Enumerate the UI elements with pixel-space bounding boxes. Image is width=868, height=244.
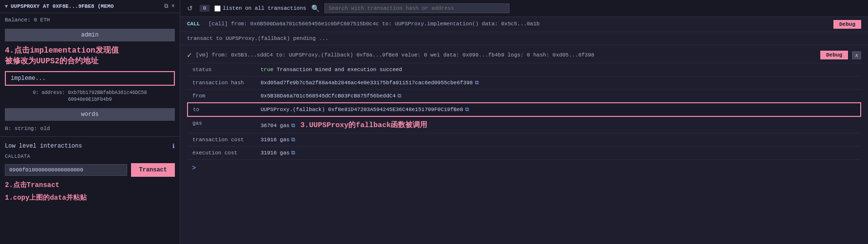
detail-value-gas: 36704 gas⧉3.UUPSProxy的fallback函数被调用 — [256, 116, 861, 133]
call-detail: [call] from: 0x6B500Da6a701c5665456e1c0b… — [208, 20, 830, 28]
tx-detail-table: statustrue Transaction mined and executi… — [187, 63, 861, 160]
annotation-copy: 1.copy上图的data并粘贴 — [0, 191, 180, 204]
string-value: 0: string: old — [0, 124, 180, 133]
copy-icon-to[interactable]: ⧉ — [465, 107, 469, 113]
recycle-icon-button[interactable]: ↺ — [185, 3, 195, 13]
calldata-label: CALLDATA — [0, 153, 180, 161]
detail-value-to: UUPSProxy.(fallback) 0xf8e81D47203A59424… — [256, 103, 861, 116]
debug-button-right[interactable]: Debug — [820, 51, 848, 59]
detail-label-transaction-hash: transaction hash — [188, 76, 256, 90]
words-button[interactable]: words — [5, 108, 175, 121]
annotation-transact: 2.点击Transact — [0, 179, 180, 191]
tx-detail-block: ✓ [vm] from: 0x5B3...sddC4 to: UUPSProxy… — [180, 45, 868, 175]
detail-value-from: 0x5B38Da6a701c568545dCfcB03FcB875f56bedd… — [256, 90, 861, 103]
calldata-row: Transact — [0, 161, 180, 179]
transaction-log: CALL [call] from: 0x6B500Da6a701c5665456… — [180, 17, 868, 244]
log-entry-call: CALL [call] from: 0x6B500Da6a701c5665456… — [180, 17, 868, 32]
detail-label-transaction-cost: transaction cost — [188, 133, 256, 147]
top-toolbar: ↺ 0 listen on all transactions 🔍 — [180, 0, 868, 17]
log-entry-header: CALL [call] from: 0x6B500Da6a701c5665456… — [187, 20, 861, 29]
detail-label-status: status — [188, 63, 256, 76]
call-type-label: CALL — [187, 20, 205, 28]
detail-value-execution-cost: 31916 gas⧉ — [256, 147, 861, 160]
copy-icon-gas[interactable]: ⧉ — [291, 123, 295, 129]
search-icon-button[interactable]: 🔍 — [311, 4, 320, 12]
implementation-button[interactable]: impleme... — [5, 71, 175, 86]
listen-checkbox-area: listen on all transactions — [214, 5, 306, 12]
annotation-implementation: 4.点击implementation发现值被修改为UUPS2的合约地址 — [0, 43, 180, 69]
listen-checkbox[interactable] — [214, 5, 221, 12]
detail-label-execution-cost: execution cost — [188, 147, 256, 160]
copy-contract-icon[interactable]: ⧉ — [164, 3, 169, 10]
chevron-up-button[interactable]: ∧ — [852, 51, 861, 59]
debug-button-top[interactable]: Debug — [833, 20, 861, 29]
triangle-icon: ▼ — [5, 4, 8, 9]
right-panel: ↺ 0 listen on all transactions 🔍 CALL [c… — [180, 0, 868, 244]
detail-label-from: from — [188, 90, 256, 103]
low-level-title: Low level interactions — [5, 143, 82, 150]
pending-text: transact to UUPSProxy.(fallback) pending… — [187, 36, 328, 41]
success-icon: ✓ — [187, 50, 192, 60]
search-input[interactable] — [324, 3, 509, 13]
copy-icon-execution-cost[interactable]: ⧉ — [291, 150, 295, 156]
detail-label-gas: gas — [188, 116, 256, 133]
copy-icon-from[interactable]: ⧉ — [397, 93, 401, 99]
tx-header-text: [vm] from: 0x5B3...sddC4 to: UUPSProxy.(… — [196, 52, 816, 58]
transact-button[interactable]: Transact — [131, 163, 175, 177]
admin-button[interactable]: admin — [5, 29, 175, 41]
detail-label-to: to — [188, 103, 256, 116]
expand-button[interactable]: > — [187, 162, 201, 173]
low-level-section: Low level interactions ℹ — [0, 140, 180, 153]
pending-message: transact to UUPSProxy.(fallback) pending… — [180, 32, 868, 45]
transaction-count: 0 — [200, 5, 209, 12]
contract-header: ▼ UUPSPROXY AT 0XF8E...9FBE8 (MEMO ⧉ × — [0, 0, 180, 13]
annotation-gas: 3.UUPSProxy的fallback函数被调用 — [300, 121, 427, 130]
detail-value-status: true Transaction mined and execution suc… — [256, 63, 861, 76]
tx-detail-header: ✓ [vm] from: 0x5B3...sddC4 to: UUPSProxy… — [187, 47, 861, 63]
listen-label: listen on all transactions — [223, 5, 306, 11]
divider — [0, 136, 180, 137]
balance-display: Balance: 0 ETH — [0, 13, 180, 27]
calldata-input[interactable] — [5, 164, 127, 176]
address-display: 0: address: 0xb7bb1792BBfabbA361c46DC58 … — [0, 88, 180, 105]
left-panel: ▼ UUPSPROXY AT 0XF8E...9FBE8 (MEMO ⧉ × B… — [0, 0, 180, 244]
close-contract-icon[interactable]: × — [171, 3, 175, 10]
info-icon[interactable]: ℹ — [172, 143, 175, 150]
contract-title: UUPSPROXY AT 0XF8E...9FBE8 (MEMO — [11, 3, 161, 9]
copy-icon-transaction-hash[interactable]: ⧉ — [475, 80, 479, 86]
copy-icon-transaction-cost[interactable]: ⧉ — [291, 137, 295, 143]
detail-value-transaction-cost: 31916 gas⧉ — [256, 133, 861, 147]
detail-value-transaction-hash: 0xd05ad7fe9b7c5a2f88a4ab2846ac4e0e33175b… — [256, 76, 861, 90]
